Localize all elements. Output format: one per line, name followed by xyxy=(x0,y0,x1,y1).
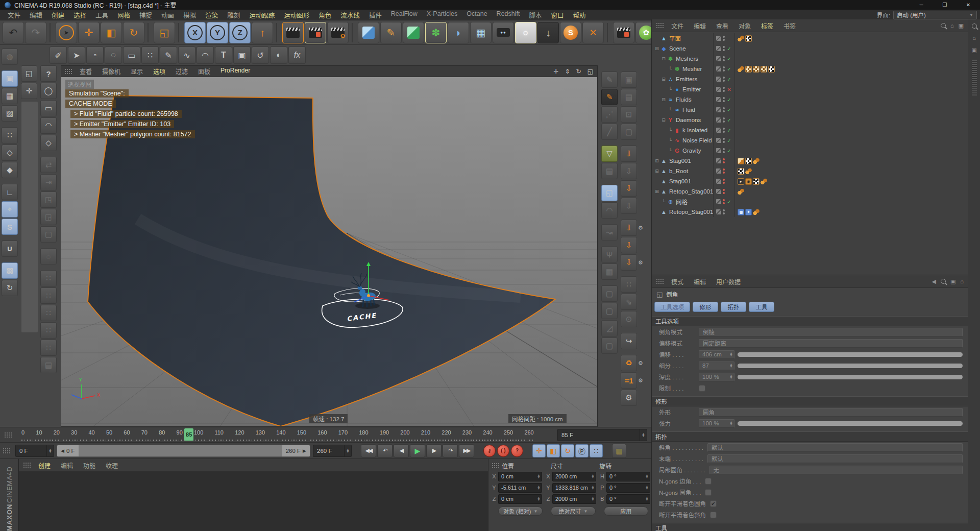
lock-y-axis-icon[interactable]: Y xyxy=(207,22,228,43)
view-label[interactable]: 透视视图 xyxy=(65,80,94,89)
unsubdivide-icon[interactable]: ⇩ xyxy=(621,163,637,179)
menu-插件[interactable]: 插件 xyxy=(364,10,386,20)
texture-tag-icon[interactable] xyxy=(745,66,752,73)
home-icon[interactable]: ⌂ xyxy=(960,278,964,284)
xref-tag-icon[interactable]: ✦ xyxy=(745,209,752,215)
poly-select-icon[interactable]: ◇ xyxy=(40,135,57,151)
layer-toggle-icon[interactable] xyxy=(716,46,721,51)
key-parameter-toggle[interactable]: Ⓟ xyxy=(575,444,589,457)
drag-handle-icon[interactable] xyxy=(492,463,500,469)
axis-settings-icon[interactable]: ⚙ xyxy=(621,390,637,406)
array-command-2-icon[interactable]: ◲ xyxy=(40,209,57,225)
play-loop-button[interactable]: ↷ xyxy=(443,444,458,457)
viewport-menu-ProRender[interactable]: ProRender xyxy=(215,67,255,76)
mirror-command-icon[interactable]: ⇄ xyxy=(40,157,57,173)
visibility-dots[interactable] xyxy=(723,168,725,174)
drag-handle-icon[interactable] xyxy=(656,278,664,284)
spline-pen-icon[interactable]: ✎ xyxy=(380,22,402,43)
goto-end-button[interactable]: ▶▶ xyxy=(459,444,474,457)
play-backward-button[interactable]: ↶ xyxy=(377,444,393,457)
menu-网格[interactable]: 网格 xyxy=(113,10,135,20)
coordinate-system-icon[interactable]: ↑ xyxy=(252,22,273,43)
phong-tag-icon[interactable] xyxy=(738,66,744,73)
home-icon[interactable]: ⌂ xyxy=(950,22,954,29)
enabled-state-icon[interactable]: ✓ xyxy=(726,199,732,205)
subdivide-options-icon[interactable]: ⇩ xyxy=(621,220,637,236)
zoom-view-icon[interactable]: ⇕ xyxy=(565,68,570,75)
enabled-state-icon[interactable]: ✓ xyxy=(726,56,732,62)
field-checkbox[interactable]: ✔ xyxy=(710,500,717,507)
phong-tag-icon[interactable] xyxy=(738,35,744,42)
drag-handle-icon[interactable] xyxy=(64,68,72,75)
unsplit-icon[interactable]: ⇩ xyxy=(621,198,637,214)
menu-运动跟踪[interactable]: 运动跟踪 xyxy=(244,10,279,20)
key-scale-toggle[interactable]: ◧ xyxy=(547,444,560,457)
enabled-state-icon[interactable]: ✓ xyxy=(726,46,732,52)
list-command-icon[interactable]: ▤ xyxy=(40,357,57,373)
close-button[interactable]: ✕ xyxy=(957,0,980,10)
fx-icon[interactable]: fx xyxy=(288,46,306,64)
position-y-input[interactable]: -5.611 cm▲▼ xyxy=(498,483,542,493)
viewport-menu-查看[interactable]: 查看 xyxy=(75,67,97,76)
enabled-state-icon[interactable]: ✕ xyxy=(726,87,732,92)
workplane-mode-icon[interactable]: ▨ xyxy=(2,105,18,122)
lock-z-axis-icon[interactable]: Z xyxy=(229,22,251,43)
visibility-dots[interactable] xyxy=(723,77,725,82)
layer-toggle-icon[interactable] xyxy=(716,117,721,123)
object-row-Fluid[interactable]: └≈Fluid✓ xyxy=(652,105,968,115)
ramp-tool-icon[interactable]: ◿ xyxy=(601,320,618,336)
rect-select-icon[interactable]: ▭ xyxy=(40,100,57,116)
search-icon[interactable] xyxy=(941,23,946,28)
expand-toggle-icon[interactable]: ⊟ xyxy=(654,46,660,51)
search-icon[interactable] xyxy=(972,23,977,29)
layer-toggle-icon[interactable] xyxy=(716,56,721,61)
visibility-dots[interactable] xyxy=(723,107,725,112)
field-slider[interactable] xyxy=(738,421,963,426)
layout-icon[interactable]: ▣ xyxy=(971,47,976,54)
align-workplane-icon[interactable]: ↻ xyxy=(2,280,18,296)
maximize-button[interactable]: ❐ xyxy=(933,0,957,10)
circle-select-icon[interactable]: ◯ xyxy=(40,83,57,99)
rotate-tool-icon[interactable]: ↻ xyxy=(123,22,144,43)
range-slider-left-cap[interactable]: ◀0 F xyxy=(57,445,79,456)
gear-icon[interactable]: ⚙ xyxy=(638,259,643,266)
scale-tool-icon[interactable]: ◧ xyxy=(101,22,122,43)
knife-loop-icon[interactable]: ⋰ xyxy=(601,106,618,123)
render-view-icon[interactable] xyxy=(282,22,304,43)
visibility-dots[interactable] xyxy=(723,138,725,143)
viewport-menu-显示[interactable]: 显示 xyxy=(126,67,148,76)
expand-toggle-icon[interactable]: ⊟ xyxy=(660,56,667,61)
field-dropdown[interactable]: 默认 xyxy=(707,443,963,452)
phong-tag-icon[interactable] xyxy=(753,158,760,164)
cube-plain-icon[interactable]: ▢ xyxy=(621,124,637,140)
menu-渲染[interactable]: 渲染 xyxy=(201,10,223,20)
play-button[interactable]: ▶ xyxy=(410,444,425,457)
floor-grid-icon[interactable]: ▦ xyxy=(470,22,492,43)
prev-frame-button[interactable]: ◀ xyxy=(394,444,409,457)
team-render-icon[interactable] xyxy=(613,22,634,43)
layer-toggle-icon[interactable] xyxy=(716,189,721,194)
object-row-Daemons[interactable]: ⊟YDaemons✓ xyxy=(652,115,968,125)
stepper-arrows-icon[interactable]: ▲▼ xyxy=(46,445,54,456)
field-dropdown[interactable]: 倒棱 xyxy=(699,328,963,336)
viewport-menu-过滤[interactable]: 过滤 xyxy=(170,67,193,76)
subdivide-icon[interactable]: ⇩ xyxy=(621,146,637,162)
simplify-display-icon[interactable]: ◍ xyxy=(2,49,18,65)
spline-project-icon[interactable]: ↝ xyxy=(601,224,618,240)
brush-erase-icon[interactable]: ✐ xyxy=(50,46,67,64)
arch-tool-icon[interactable]: ◠ xyxy=(601,202,618,219)
record-keyframe-button[interactable]: ⚷ xyxy=(483,445,496,457)
field-checkbox[interactable] xyxy=(699,385,705,392)
texture-tag-icon[interactable] xyxy=(753,66,760,73)
motion-tag-icon[interactable]: ▸ xyxy=(738,178,744,185)
menu-Octane[interactable]: Octane xyxy=(462,10,492,20)
layer-toggle-icon[interactable] xyxy=(716,36,721,41)
menu-脚本[interactable]: 脚本 xyxy=(524,10,546,20)
om-menu-书签[interactable]: 书签 xyxy=(778,21,801,30)
field-spinner[interactable]: 87▲▼ xyxy=(699,361,734,370)
spline-sketch-icon[interactable]: ∿ xyxy=(178,46,195,64)
phong-tag-icon[interactable] xyxy=(738,188,744,195)
dot-grid-tool-icon[interactable]: ∷ xyxy=(141,46,159,64)
move-palette-icon[interactable]: ✛ xyxy=(21,83,37,99)
layer-toggle-icon[interactable] xyxy=(716,87,721,92)
